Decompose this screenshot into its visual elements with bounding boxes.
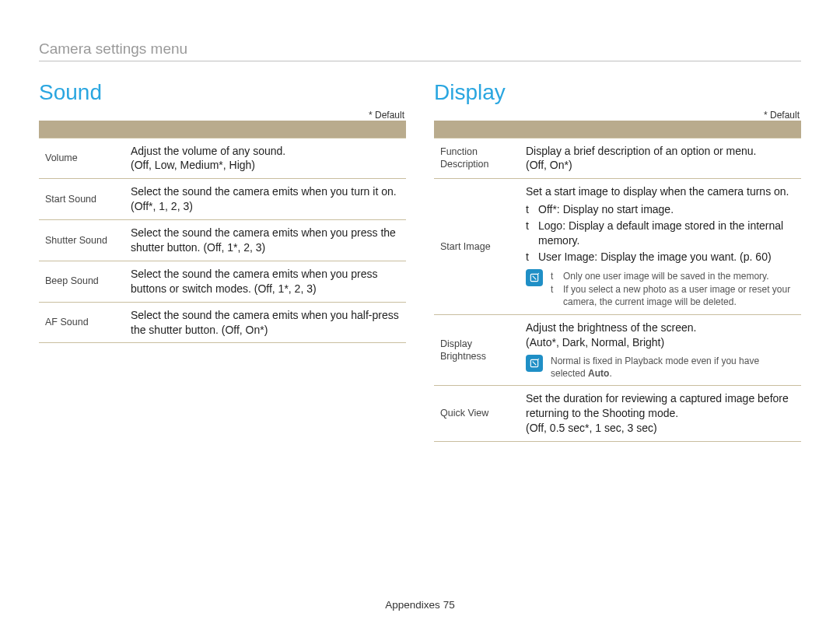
bullet-text: Logo: Display a default image stored in … [538,219,795,248]
desc-text: Set a start image to display when the ca… [526,184,795,199]
desc-opts: (Off, On*) [526,159,572,171]
table-row: Display Brightness Adjust the brightness… [434,315,801,386]
list-item: tIf you select a new photo as a user ima… [551,283,795,308]
bullet-text: Off*: Display no start image. [538,202,674,217]
desc-text: Set the duration for reviewing a capture… [526,392,789,419]
table-header-row [434,121,801,138]
footer-label: Appendixes [385,599,440,611]
bullet-mark: t [526,250,534,264]
bullet-mark: t [551,283,558,308]
item-desc: Set a start image to display when the ca… [520,179,801,315]
bullet-mark: t [551,270,558,282]
default-note: * Default [39,110,406,121]
display-column: Display * Default Function Description D… [434,80,801,442]
desc-text: Adjust the volume of any sound. [131,145,285,157]
bullet-mark: t [526,202,534,217]
item-label: Start Image [434,179,520,315]
table-row: Quick View Set the duration for reviewin… [434,386,801,442]
list-item: tOnly one user image will be saved in th… [551,270,795,282]
item-label: Beep Sound [39,261,124,302]
display-heading: Display [434,80,801,105]
desc-text: Adjust the brightness of the screen. [526,321,696,334]
table-row: AF Sound Select the sound the camera emi… [39,302,406,343]
note-icon [526,355,543,372]
note-icon [526,269,543,286]
note-line: If you select a new photo as a user imag… [563,283,795,308]
note-text: Normal is fixed in Playback mode even if… [551,355,795,380]
table-row: Start Image Set a start image to display… [434,179,801,315]
item-label: Display Brightness [434,315,520,386]
sound-table: Volume Adjust the volume of any sound. (… [39,121,406,343]
col-desc [520,121,801,138]
item-label: Shutter Sound [39,220,124,261]
sound-column: Sound * Default Volume Adjust the volume… [39,80,406,442]
note-bold: Auto [588,368,609,379]
col-item [434,121,520,138]
footer-page: 75 [443,599,455,611]
table-row: Function Description Display a brief des… [434,138,801,179]
item-label: Quick View [434,386,520,442]
item-label: Start Sound [39,179,124,220]
page-title: Camera settings menu [39,40,801,58]
list-item: tOff*: Display no start image. [526,202,795,217]
table-row: Volume Adjust the volume of any sound. (… [39,138,406,179]
desc-opts: (Off, Low, Medium*, High) [131,159,255,171]
item-desc: Display a brief description of an option… [520,138,801,179]
item-desc: Select the sound the camera emits when y… [124,220,406,261]
item-desc: Select the sound the camera emits when y… [124,261,406,302]
note-box: tOnly one user image will be saved in th… [526,269,795,310]
page: Camera settings menu Sound * Default Vol… [0,0,840,634]
divider [39,61,801,61]
display-table: Function Description Display a brief des… [434,121,801,442]
desc-opts: (Auto*, Dark, Normal, Bright) [526,336,664,349]
note-line: Only one user image will be saved in the… [563,270,769,282]
item-desc: Adjust the brightness of the screen. (Au… [520,315,801,386]
note-text: tOnly one user image will be saved in th… [551,269,795,310]
col-desc [124,121,406,138]
note-box: Normal is fixed in Playback mode even if… [526,355,795,380]
desc-text: Display a brief description of an option… [526,145,757,157]
note-post: . [609,368,611,379]
sound-heading: Sound [39,80,406,105]
bullet-text: User Image: Display the image you want. … [538,250,772,264]
item-label: AF Sound [39,302,124,343]
table-header-row [39,121,406,138]
columns: Sound * Default Volume Adjust the volume… [39,80,801,442]
item-desc: Set the duration for reviewing a capture… [520,386,801,442]
footer: Appendixes 75 [0,599,840,611]
table-row: Start Sound Select the sound the camera … [39,179,406,220]
table-row: Shutter Sound Select the sound the camer… [39,220,406,261]
item-desc: Adjust the volume of any sound. (Off, Lo… [124,138,406,179]
note-pre: Normal is fixed in Playback mode even if… [551,356,759,379]
table-row: Beep Sound Select the sound the camera e… [39,261,406,302]
bullet-mark: t [526,219,534,248]
col-item [39,121,124,138]
item-desc: Select the sound the camera emits when y… [124,179,406,220]
item-desc: Select the sound the camera emits when y… [124,302,406,343]
bullet-list: tOff*: Display no start image. tLogo: Di… [526,202,795,264]
list-item: tUser Image: Display the image you want.… [526,250,795,264]
default-note: * Default [434,110,801,121]
item-label: Function Description [434,138,520,179]
list-item: tLogo: Display a default image stored in… [526,219,795,248]
desc-opts: (Off, 0.5 sec*, 1 sec, 3 sec) [526,422,657,434]
item-label: Volume [39,138,124,179]
